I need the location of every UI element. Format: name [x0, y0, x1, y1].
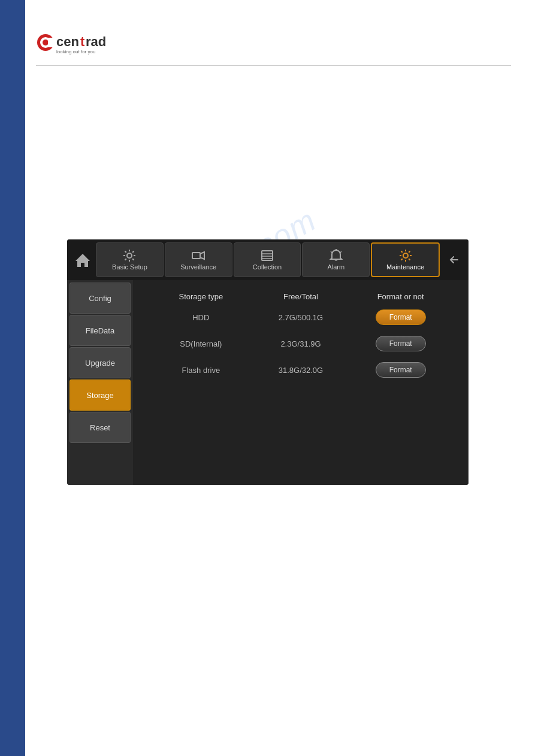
svg-line-34: [409, 251, 410, 253]
svg-line-16: [133, 251, 134, 253]
svg-point-2: [43, 40, 49, 45]
table-row: Flash drive 31.8G/32.0G Format: [151, 362, 451, 378]
menu-upgrade[interactable]: Upgrade: [69, 347, 131, 378]
alarm-icon: [330, 249, 343, 263]
svg-text:looking out for you: looking out for you: [56, 49, 95, 54]
menu-config-label: Config: [89, 294, 111, 303]
tab-collection[interactable]: Collection: [234, 242, 301, 277]
tab-basic-setup-label: Basic Setup: [112, 263, 147, 271]
storage-table-header: Storage type Free/Total Format or not: [151, 292, 451, 301]
tab-alarm-label: Alarm: [327, 263, 344, 271]
storage-type-sd: SD(Internal): [151, 339, 251, 348]
svg-line-26: [340, 251, 341, 253]
menu-config[interactable]: Config: [69, 283, 131, 314]
svg-line-35: [401, 259, 402, 260]
table-row: HDD 2.7G/500.1G Format: [151, 309, 451, 325]
logo: cen t rad looking out for you: [36, 29, 132, 56]
tab-maintenance[interactable]: Maintenance: [371, 242, 440, 277]
content-area: Config FileData Upgrade Storage Reset St…: [67, 280, 468, 485]
device-panel: Basic Setup Surveillance: [67, 239, 468, 485]
left-menu: Config FileData Upgrade Storage Reset: [67, 280, 133, 485]
main-storage-content: Storage type Free/Total Format or not HD…: [133, 280, 468, 485]
home-button[interactable]: [69, 242, 96, 278]
free-total-flash: 31.8G/32.0G: [251, 366, 351, 375]
logo-svg: cen t rad looking out for you: [36, 29, 132, 56]
menu-reset[interactable]: Reset: [69, 412, 131, 443]
maintenance-icon: [399, 249, 412, 263]
free-total-sd: 2.3G/31.9G: [251, 339, 351, 348]
storage-table: Storage type Free/Total Format or not HD…: [151, 292, 451, 378]
nav-tabs: Basic Setup Surveillance: [96, 242, 440, 277]
svg-point-27: [403, 253, 408, 258]
svg-marker-8: [75, 254, 90, 267]
format-sd-button[interactable]: Format: [376, 336, 426, 351]
col-storage-type: Storage type: [151, 292, 251, 301]
svg-line-32: [401, 251, 402, 253]
menu-upgrade-label: Upgrade: [85, 359, 115, 368]
tab-collection-label: Collection: [253, 263, 282, 271]
tab-surveillance[interactable]: Surveillance: [165, 242, 232, 277]
surveillance-icon: [192, 249, 205, 263]
menu-storage-label: Storage: [86, 391, 114, 400]
format-hdd-cell: Format: [350, 309, 451, 325]
svg-line-25: [331, 251, 332, 253]
svg-line-15: [133, 259, 134, 260]
format-flash-button[interactable]: Format: [376, 362, 426, 378]
storage-type-hdd: HDD: [151, 313, 251, 322]
svg-rect-18: [192, 253, 200, 259]
menu-filedata[interactable]: FileData: [69, 315, 131, 346]
left-sidebar: [0, 0, 25, 756]
tab-maintenance-label: Maintenance: [386, 263, 424, 271]
format-hdd-button[interactable]: Format: [376, 309, 426, 325]
svg-line-14: [125, 251, 126, 253]
tab-basic-setup[interactable]: Basic Setup: [96, 242, 164, 277]
svg-line-33: [409, 259, 410, 260]
tab-surveillance-label: Surveillance: [180, 263, 216, 271]
back-button[interactable]: [440, 242, 466, 278]
svg-text:cen: cen: [56, 34, 79, 49]
collection-icon: [261, 249, 274, 263]
svg-point-9: [127, 253, 132, 258]
table-row: SD(Internal) 2.3G/31.9G Format: [151, 336, 451, 351]
svg-text:rad: rad: [86, 34, 106, 49]
format-flash-cell: Format: [350, 362, 451, 378]
menu-filedata-label: FileData: [86, 326, 114, 335]
storage-type-flash: Flash drive: [151, 366, 251, 375]
svg-marker-19: [200, 252, 204, 259]
header: cen t rad looking out for you: [36, 24, 511, 66]
tab-alarm[interactable]: Alarm: [302, 242, 370, 277]
svg-rect-3: [48, 38, 54, 47]
nav-bar: Basic Setup Surveillance: [67, 239, 468, 280]
col-format: Format or not: [350, 292, 451, 301]
format-sd-cell: Format: [350, 336, 451, 351]
menu-reset-label: Reset: [90, 423, 110, 432]
free-total-hdd: 2.7G/500.1G: [251, 313, 351, 322]
svg-text:t: t: [80, 34, 85, 49]
menu-storage[interactable]: Storage: [69, 379, 131, 411]
svg-line-17: [125, 259, 126, 260]
col-free-total: Free/Total: [251, 292, 351, 301]
basic-setup-icon: [123, 249, 136, 263]
